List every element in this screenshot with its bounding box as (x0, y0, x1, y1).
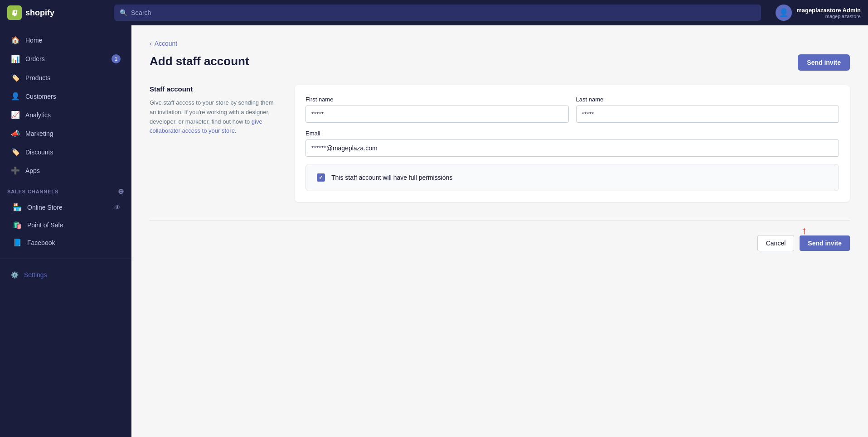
form-description-text: Give staff access to your store by sendi… (150, 98, 276, 136)
email-field[interactable] (305, 139, 839, 157)
page-title: Add staff account (150, 54, 249, 68)
nav-label-products: Products (25, 74, 50, 82)
nav-label-discounts: Discounts (25, 149, 53, 156)
page-header: Add staff account Send invite (150, 54, 850, 71)
last-name-group: Last name (576, 96, 839, 123)
sidebar: 🏠 Home 📊 Orders 1 🏷️ Products 👤 Customer… (0, 25, 131, 437)
nav-item-home[interactable]: 🏠 Home (4, 31, 128, 49)
avatar: 👤 (776, 5, 792, 21)
nav-label-settings: Settings (24, 271, 47, 279)
nav-item-online-store[interactable]: 🏪 Online Store 👁 (4, 199, 128, 216)
form-description: Staff account Give staff access to your … (150, 85, 276, 202)
nav-item-products[interactable]: 🏷️ Products (4, 69, 128, 86)
bottom-actions: ↓ Cancel Send invite (150, 231, 850, 251)
nav-label-facebook: Facebook (27, 239, 55, 246)
email-label: Email (305, 130, 839, 137)
nav-item-orders[interactable]: 📊 Orders 1 (4, 50, 128, 68)
eye-icon[interactable]: 👁 (114, 204, 121, 211)
permissions-label: This staff account will have full permis… (331, 174, 452, 181)
customers-icon: 👤 (11, 92, 20, 101)
nav-item-point-of-sale[interactable]: 🛍️ Point of Sale (4, 216, 128, 233)
send-invite-top-button[interactable]: Send invite (798, 54, 850, 71)
chevron-left-icon: ‹ (150, 40, 152, 47)
user-info: mageplazastore Admin mageplazastore (796, 7, 861, 19)
nav-item-marketing[interactable]: 📣 Marketing (4, 125, 128, 142)
breadcrumb[interactable]: ‹ Account (150, 40, 850, 47)
permissions-card: This staff account will have full permis… (305, 164, 839, 191)
form-card: First name Last name Email This staff ac… (295, 85, 850, 202)
email-group: Email (305, 130, 839, 157)
nav-item-apps[interactable]: ➕ Apps (4, 162, 128, 179)
logo-area[interactable]: shopify (7, 5, 107, 20)
apps-icon: ➕ (11, 166, 20, 175)
nav-item-discounts[interactable]: 🏷️ Discounts (4, 143, 128, 161)
orders-badge: 1 (112, 54, 121, 63)
nav-label-home: Home (25, 37, 42, 44)
user-store: mageplazastore (796, 14, 861, 19)
home-icon: 🏠 (11, 36, 20, 44)
last-name-field[interactable] (576, 106, 839, 123)
first-name-label: First name (305, 96, 569, 103)
add-sales-channel-icon[interactable]: ⊕ (118, 187, 124, 196)
point-of-sale-icon: 🛍️ (13, 221, 22, 229)
full-permissions-checkbox[interactable] (317, 173, 325, 182)
nav-label-point-of-sale: Point of Sale (27, 221, 63, 229)
sidebar-bottom: ⚙️ Settings (0, 259, 131, 283)
nav-label-marketing: Marketing (25, 130, 53, 137)
search-input[interactable] (131, 9, 756, 16)
cancel-button[interactable]: Cancel (757, 235, 795, 251)
nav-label-orders: Orders (25, 55, 45, 62)
facebook-icon: 📘 (13, 238, 22, 247)
first-name-group: First name (305, 96, 569, 123)
nav-item-analytics[interactable]: 📈 Analytics (4, 106, 128, 124)
nav-item-settings[interactable]: ⚙️ Settings (4, 267, 128, 283)
main-content: ‹ Account Add staff account Send invite … (131, 25, 868, 437)
analytics-icon: 📈 (11, 110, 20, 119)
shopify-logo-icon (7, 5, 22, 20)
arrow-indicator: ↓ (802, 226, 807, 238)
name-row: First name Last name (305, 96, 839, 123)
top-navigation: shopify 🔍 👤 mageplazastore Admin magepla… (0, 0, 868, 25)
form-section: Staff account Give staff access to your … (150, 85, 850, 202)
nav-label-customers: Customers (25, 93, 56, 100)
nav-item-facebook[interactable]: 📘 Facebook (4, 234, 128, 251)
form-section-title: Staff account (150, 85, 276, 93)
products-icon: 🏷️ (11, 73, 20, 82)
breadcrumb-label: Account (155, 40, 178, 47)
nav-item-customers[interactable]: 👤 Customers (4, 87, 128, 105)
last-name-label: Last name (576, 96, 839, 103)
sales-channels-section: SALES CHANNELS ⊕ (0, 180, 131, 198)
first-name-field[interactable] (305, 106, 569, 123)
marketing-icon: 📣 (11, 129, 20, 138)
search-icon: 🔍 (120, 9, 127, 16)
nav-label-online-store: Online Store (27, 204, 63, 211)
logo-text: shopify (25, 8, 54, 18)
settings-icon: ⚙️ (11, 271, 19, 279)
search-bar[interactable]: 🔍 (114, 5, 761, 21)
nav-label-analytics: Analytics (25, 111, 51, 119)
divider (150, 220, 850, 221)
sales-channels-label: SALES CHANNELS (7, 189, 58, 194)
main-layout: 🏠 Home 📊 Orders 1 🏷️ Products 👤 Customer… (0, 25, 868, 437)
user-name: mageplazastore Admin (796, 7, 861, 14)
discounts-icon: 🏷️ (11, 148, 20, 156)
user-area[interactable]: 👤 mageplazastore Admin mageplazastore (776, 5, 861, 21)
svg-point-0 (14, 15, 15, 16)
online-store-icon: 🏪 (13, 203, 22, 211)
send-invite-button[interactable]: Send invite (800, 235, 850, 251)
nav-label-apps: Apps (25, 167, 40, 174)
orders-icon: 📊 (11, 55, 20, 63)
